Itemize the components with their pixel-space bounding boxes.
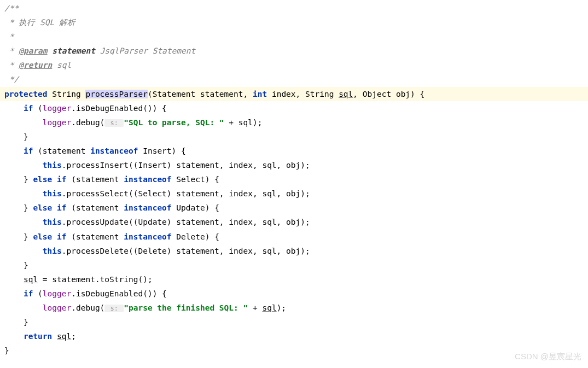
code-line[interactable]: sql = statement.toString(); (0, 272, 588, 287)
code-line[interactable]: this.processSelect((Select) statement, i… (0, 186, 588, 201)
code-line[interactable]: this.processUpdate((Update) statement, i… (0, 215, 588, 229)
code-line[interactable]: logger.debug( s: "parse the finished SQL… (0, 301, 588, 315)
code-line[interactable]: } (0, 315, 588, 329)
comment-line: */ (0, 72, 588, 86)
code-line[interactable]: } else if (statement instanceof Delete) … (0, 230, 588, 244)
method-name: processParser (85, 90, 148, 98)
code-block: /** * 执行 SQL 解析 * * @param statement Jsq… (0, 1, 588, 358)
code-line[interactable]: } else if (statement instanceof Update) … (0, 201, 588, 215)
comment-line: * (0, 30, 588, 44)
param-hint: s: (104, 305, 124, 312)
code-line[interactable]: logger.debug( s: "SQL to parse, SQL: " +… (0, 115, 588, 130)
param-hint: s: (104, 119, 124, 127)
code-line[interactable]: this.processDelete((Delete) statement, i… (0, 244, 588, 258)
code-line[interactable]: } (0, 343, 588, 358)
code-line[interactable]: this.processInsert((Insert) statement, i… (0, 158, 588, 172)
comment-line: * 执行 SQL 解析 (0, 15, 588, 30)
code-line[interactable]: } (0, 130, 588, 144)
code-line[interactable]: return sql; (0, 329, 588, 343)
comment-line: * @param statement JsqlParser Statement (0, 44, 588, 58)
comment-line: /** (0, 1, 588, 15)
comment-line: * @return sql (0, 58, 588, 72)
code-line[interactable]: if (logger.isDebugEnabled()) { (0, 287, 588, 301)
code-line[interactable]: } else if (statement instanceof Select) … (0, 172, 588, 186)
code-line[interactable]: if (statement instanceof Insert) { (0, 144, 588, 158)
code-line[interactable]: } (0, 258, 588, 272)
code-line[interactable]: if (logger.isDebugEnabled()) { (0, 101, 588, 115)
method-signature[interactable]: protected String processParser(Statement… (0, 87, 588, 101)
